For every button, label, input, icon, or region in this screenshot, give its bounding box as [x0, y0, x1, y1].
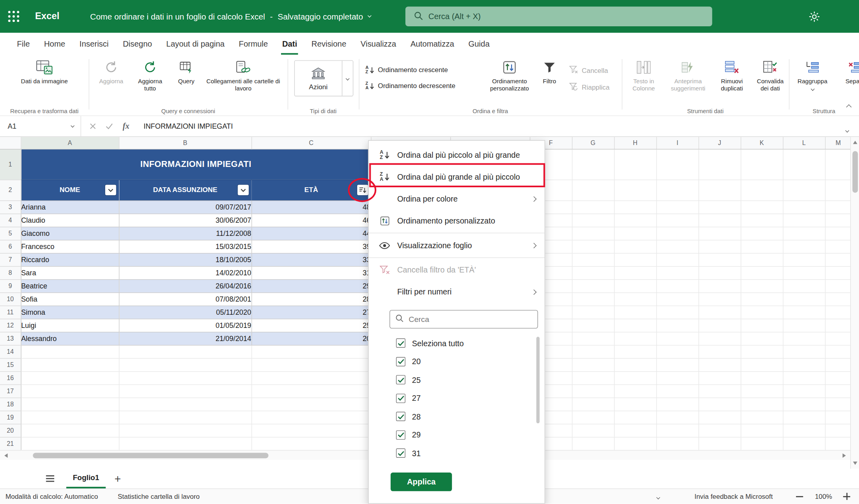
cell-empty[interactable]	[614, 149, 657, 180]
add-sheet-icon[interactable]: +	[114, 469, 121, 488]
cell-empty[interactable]	[21, 411, 119, 424]
row-header-3[interactable]: 3	[0, 200, 21, 214]
column-header-b[interactable]: B	[119, 137, 252, 149]
column-header-m[interactable]: M	[825, 137, 850, 149]
cell-empty[interactable]	[825, 411, 850, 424]
vertical-scroll-thumb[interactable]	[853, 151, 858, 192]
zoom-level[interactable]: 100%	[815, 492, 832, 500]
menu-item-number-filters[interactable]: Filtri per numeri	[369, 281, 544, 303]
row-header-4[interactable]: 4	[0, 214, 21, 227]
cell-empty[interactable]	[572, 266, 614, 279]
cell-date[interactable]: 21/09/2014	[119, 332, 252, 345]
cell-empty[interactable]	[21, 358, 119, 371]
cell-age[interactable]: 33	[252, 253, 371, 266]
insert-function-icon[interactable]: fx	[123, 122, 130, 131]
cell-empty[interactable]	[783, 227, 825, 240]
collegamenti-cartelle-button[interactable]: Collegamenti alle cartelle di lavoro	[203, 60, 284, 92]
cell-empty[interactable]	[741, 266, 783, 279]
cell-age[interactable]: 48	[252, 200, 371, 214]
cell-empty[interactable]	[572, 227, 614, 240]
cell-empty[interactable]	[825, 149, 850, 180]
cell-empty[interactable]	[656, 437, 698, 450]
cell-empty[interactable]	[741, 214, 783, 227]
cell-empty[interactable]	[825, 424, 850, 437]
document-title[interactable]: Come ordinare i dati in un foglio di cal…	[90, 12, 371, 21]
cell-empty[interactable]	[252, 345, 371, 358]
cell-empty[interactable]	[741, 319, 783, 332]
cell-empty[interactable]	[572, 424, 614, 437]
cell-empty[interactable]	[741, 345, 783, 358]
cell-empty[interactable]	[741, 240, 783, 253]
cell-empty[interactable]	[119, 345, 252, 358]
scroll-down-icon[interactable]	[853, 462, 857, 465]
cell-name[interactable]: Giacomo	[21, 227, 119, 240]
cell-empty[interactable]	[614, 384, 657, 398]
expand-formula-bar-icon[interactable]	[846, 124, 849, 134]
separa-button[interactable]: Separa	[835, 60, 859, 85]
riapplica-button[interactable]: Riapplica	[569, 83, 609, 93]
cell-empty[interactable]	[741, 384, 783, 398]
confirm-entry-icon[interactable]	[106, 121, 113, 131]
cell-empty[interactable]	[656, 253, 698, 266]
cell-empty[interactable]	[656, 371, 698, 384]
cell-empty[interactable]	[825, 266, 850, 279]
zoom-in-icon[interactable]	[843, 493, 850, 500]
cell-empty[interactable]	[825, 437, 850, 450]
cell-date[interactable]: 01/05/2019	[119, 319, 252, 332]
tab-inserisci[interactable]: Inserisci	[73, 33, 116, 55]
cancel-entry-icon[interactable]	[90, 121, 96, 131]
cell-name[interactable]: Alessandro	[21, 332, 119, 345]
cell-empty[interactable]	[741, 200, 783, 214]
cell-empty[interactable]	[21, 437, 119, 450]
cell-name[interactable]: Beatrice	[21, 279, 119, 292]
cell-empty[interactable]	[656, 306, 698, 319]
cell-name[interactable]: Francesco	[21, 240, 119, 253]
sheet-tab-foglio1[interactable]: Foglio1	[66, 469, 106, 488]
filter-button-nome[interactable]	[105, 185, 116, 195]
cell-empty[interactable]	[783, 319, 825, 332]
azioni-dropdown-chevron[interactable]	[342, 61, 353, 96]
column-header-a[interactable]: A	[21, 137, 119, 149]
cell-empty[interactable]	[21, 345, 119, 358]
filter-value-row[interactable]: 25	[369, 371, 544, 389]
cell-empty[interactable]	[698, 200, 741, 214]
checkbox-25[interactable]	[396, 375, 405, 384]
cell-empty[interactable]	[741, 292, 783, 306]
cell-empty[interactable]	[698, 345, 741, 358]
cell-empty[interactable]	[825, 345, 850, 358]
row-header-13[interactable]: 13	[0, 332, 21, 345]
cell-empty[interactable]	[656, 358, 698, 371]
row-header-10[interactable]: 10	[0, 292, 21, 306]
checkbox-29[interactable]	[396, 430, 405, 439]
column-header-k[interactable]: K	[741, 137, 783, 149]
rimuovi-duplicati-button[interactable]: Rimuovi duplicati	[713, 60, 751, 92]
cell-empty[interactable]	[698, 398, 741, 411]
cell-empty[interactable]	[825, 253, 850, 266]
cell-name[interactable]: Arianna	[21, 200, 119, 214]
cell-empty[interactable]	[698, 149, 741, 180]
tab-layout-di-pagina[interactable]: Layout di pagina	[159, 33, 232, 55]
cell-empty[interactable]	[656, 345, 698, 358]
cell-empty[interactable]	[656, 279, 698, 292]
cell-date[interactable]: 30/06/2007	[119, 214, 252, 227]
raggruppa-button[interactable]: Raggruppa	[792, 60, 833, 90]
title-chevron-down-icon[interactable]	[368, 14, 372, 18]
row-header-9[interactable]: 9	[0, 279, 21, 292]
tab-disegno[interactable]: Disegno	[116, 33, 159, 55]
cell-empty[interactable]	[783, 345, 825, 358]
cell-empty[interactable]	[656, 180, 698, 200]
cell-empty[interactable]	[614, 253, 657, 266]
menu-item-sort-ascending[interactable]: AZ Ordina dal più piccolo al più grande	[369, 144, 544, 166]
cell-empty[interactable]	[119, 371, 252, 384]
anteprima-suggerimenti-button[interactable]: Anteprima suggerimenti	[666, 60, 711, 92]
row-header-17[interactable]: 17	[0, 384, 21, 398]
cell-empty[interactable]	[614, 180, 657, 200]
tab-automatizza[interactable]: Automatizza	[403, 33, 461, 55]
filter-value-row[interactable]: 28	[369, 408, 544, 426]
workbook-stats-button[interactable]: Statistiche cartella di lavoro	[118, 492, 200, 500]
cell-empty[interactable]	[783, 437, 825, 450]
cell-empty[interactable]	[656, 227, 698, 240]
cell-empty[interactable]	[825, 214, 850, 227]
cell-empty[interactable]	[656, 398, 698, 411]
row-header-16[interactable]: 16	[0, 371, 21, 384]
